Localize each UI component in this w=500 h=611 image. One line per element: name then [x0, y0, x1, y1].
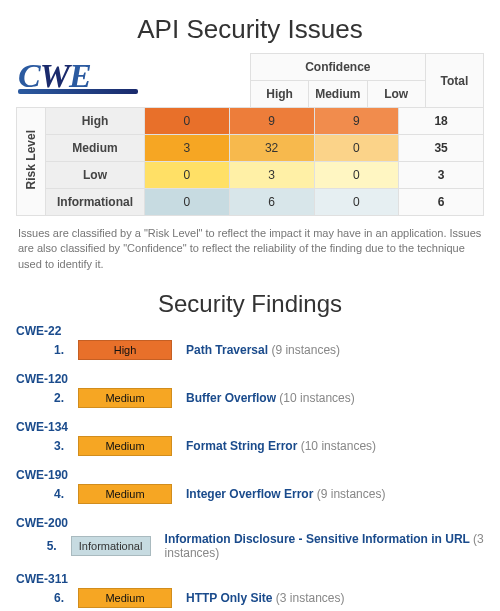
matrix-cell: 3: [399, 162, 484, 189]
finding-row: 6.MediumHTTP Only Site (3 instances): [16, 586, 484, 611]
matrix-cell: 9: [314, 108, 399, 135]
finding-row: 5.InformationalInformation Disclosure - …: [16, 530, 484, 566]
finding-index: 5.: [16, 539, 71, 553]
finding-title[interactable]: Format String Error (10 instances): [172, 439, 376, 453]
finding-index: 4.: [16, 487, 78, 501]
matrix-row-label: Informational: [46, 189, 145, 216]
matrix-cell: 18: [399, 108, 484, 135]
cwe-code[interactable]: CWE-200: [16, 516, 484, 530]
finding-index: 3.: [16, 439, 78, 453]
cwe-code[interactable]: CWE-190: [16, 468, 484, 482]
instance-count: (9 instances): [317, 487, 386, 501]
matrix-row-label: Low: [46, 162, 145, 189]
matrix-cell: 0: [145, 108, 230, 135]
matrix-cell: 0: [314, 189, 399, 216]
instance-count: (10 instances): [301, 439, 376, 453]
finding-title[interactable]: Buffer Overflow (10 instances): [172, 391, 355, 405]
finding-row: 2.MediumBuffer Overflow (10 instances): [16, 386, 484, 414]
finding-index: 6.: [16, 591, 78, 605]
finding-title[interactable]: Path Traversal (9 instances): [172, 343, 340, 357]
matrix-cell: 0: [145, 162, 230, 189]
logo-letter-c: C: [18, 57, 40, 94]
risk-confidence-matrix-body: Risk LevelHigh09918Medium332035Low0303In…: [16, 107, 484, 216]
classification-note: Issues are classified by a "Risk Level" …: [18, 226, 482, 272]
risk-pill: High: [78, 340, 172, 360]
risk-pill: Medium: [78, 588, 172, 608]
finding-index: 1.: [16, 343, 78, 357]
instance-count: (3 instances): [276, 591, 345, 605]
finding-row: 1.HighPath Traversal (9 instances): [16, 338, 484, 366]
finding-title[interactable]: HTTP Only Site (3 instances): [172, 591, 345, 605]
instance-count: (10 instances): [279, 391, 354, 405]
matrix-cell: 6: [229, 189, 314, 216]
finding-row: 3.MediumFormat String Error (10 instance…: [16, 434, 484, 462]
matrix-col-high: High: [251, 81, 309, 108]
matrix-row-group: Risk Level: [17, 108, 46, 216]
matrix-cell: 9: [229, 108, 314, 135]
finding-title[interactable]: Integer Overflow Error (9 instances): [172, 487, 385, 501]
matrix-cell: 0: [314, 135, 399, 162]
matrix-cell: 35: [399, 135, 484, 162]
matrix-cell: 0: [314, 162, 399, 189]
risk-pill: Medium: [78, 436, 172, 456]
matrix-cell: 3: [229, 162, 314, 189]
matrix-col-medium: Medium: [309, 81, 367, 108]
finding-index: 2.: [16, 391, 78, 405]
risk-confidence-matrix: Confidence Total High Medium Low: [144, 53, 484, 108]
findings-list: CWE-221.HighPath Traversal (9 instances)…: [16, 324, 484, 611]
matrix-row-label: High: [46, 108, 145, 135]
logo-letter-w: W: [40, 57, 69, 94]
findings-title: Security Findings: [16, 290, 484, 318]
cwe-code[interactable]: CWE-22: [16, 324, 484, 338]
risk-pill: Medium: [78, 388, 172, 408]
matrix-col-group: Confidence: [251, 54, 426, 81]
cwe-code[interactable]: CWE-311: [16, 572, 484, 586]
matrix-cell: 6: [399, 189, 484, 216]
matrix-col-low: Low: [367, 81, 425, 108]
risk-pill: Medium: [78, 484, 172, 504]
matrix-col-total: Total: [425, 54, 483, 108]
finding-row: 4.MediumInteger Overflow Error (9 instan…: [16, 482, 484, 510]
cwe-logo: CWE: [16, 53, 144, 94]
summary-header: CWE Confidence Total High Medium Low: [16, 53, 484, 108]
matrix-cell: 0: [145, 189, 230, 216]
logo-letter-e: E: [69, 57, 91, 94]
cwe-code[interactable]: CWE-134: [16, 420, 484, 434]
instance-count: (9 instances): [271, 343, 340, 357]
page-title: API Security Issues: [16, 14, 484, 45]
finding-title[interactable]: Information Disclosure - Sensitive Infor…: [151, 532, 484, 560]
risk-pill: Informational: [71, 536, 151, 556]
matrix-cell: 3: [145, 135, 230, 162]
matrix-cell: 32: [229, 135, 314, 162]
cwe-code[interactable]: CWE-120: [16, 372, 484, 386]
matrix-row-label: Medium: [46, 135, 145, 162]
